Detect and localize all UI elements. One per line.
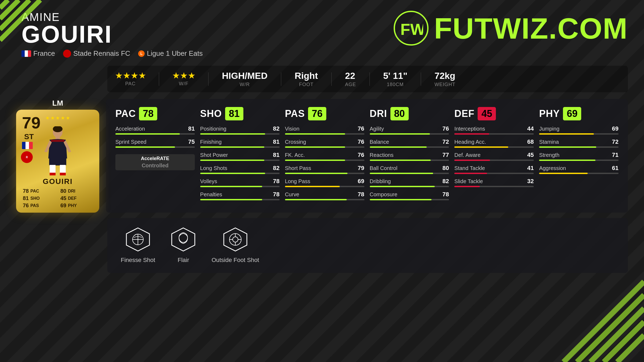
sep1 [159,72,159,86]
svg-rect-4 [49,158,66,165]
interceptions-value: 44 [527,125,534,132]
svg-rect-9 [60,173,66,175]
balance-name: Balance [370,139,389,145]
aggression-row: Aggression 61 [539,165,619,174]
def-aware-value: 45 [527,152,534,158]
fk-acc-row: FK. Acc. 76 [285,152,364,161]
long-pass-row: Long Pass 69 [285,178,364,187]
sho-column: SHO 81 Positioning 82 Finishing 81 [200,107,280,204]
wf-star3: ★ [188,71,195,80]
curve-row: Curve 78 [285,191,364,200]
foot-label: FOOT [295,82,318,87]
curve-name: Curve [285,191,299,198]
pas-column: PAS 76 Vision 76 Crossing 76 [285,107,364,204]
crossing-name: Crossing [285,139,306,145]
phy-column: PHY 69 Jumping 69 Stamina 72 [539,107,619,204]
finishing-name: Finishing [200,139,222,145]
foot-value: Right [295,71,318,81]
pas-header: PAS 76 [285,107,364,120]
logo-section: FW FUTWIZ.COM [394,11,628,46]
card-stat-pas: 76 PAS [23,202,55,209]
agility-value: 76 [442,125,449,132]
dri-value: 80 [390,107,409,120]
player-lastname: GOUIRI [21,24,203,45]
sep6 [421,72,421,86]
main-container: AMINE GOUIRI France Stade Rennais FC L L… [0,0,644,362]
jumping-row: Jumping 69 [539,125,619,135]
height-sub: 180CM [383,82,407,87]
interceptions-name: Interceptions [454,126,485,132]
weakfoot-label: W/F [173,81,195,87]
card-star1: ★ [45,115,50,121]
card-star5: ★ [66,115,70,121]
dri-name: DRI [370,108,387,119]
card-stat-pac: 78 PAC [23,188,55,194]
player-meta: France Stade Rennais FC L Ligue 1 Uber E… [21,49,203,58]
crossing-value: 76 [358,138,364,145]
league-label: Ligue 1 Uber Eats [147,49,203,58]
flair-icon [171,227,195,253]
svg-rect-5 [51,140,64,142]
dribbling-name: Dribbling [370,178,391,184]
composure-row: Composure 78 [370,191,449,200]
slide-tackle-value: 32 [527,178,534,185]
long-shots-value: 82 [273,165,279,172]
penalties-row: Penalties 78 [200,191,280,200]
strength-value: 71 [612,152,619,158]
card-star3: ★ [56,115,60,121]
vision-value: 76 [358,125,364,132]
agility-row: Agility 76 [370,125,449,135]
sprint-speed-row: Sprint Speed 75 [115,138,195,148]
club-meta: Stade Rennais FC [63,49,130,58]
weight-value: 72kg [434,71,455,81]
long-pass-value: 69 [358,178,364,185]
dribbling-row: Dribbling 82 [370,178,449,187]
sep5 [369,72,370,86]
penalties-value: 78 [273,191,279,198]
svg-marker-16 [224,228,247,251]
sep2 [208,72,208,86]
jumping-name: Jumping [539,126,559,132]
trait-outside-foot-shot: Outside Foot Shot [211,227,259,264]
heading-acc-value: 68 [527,138,534,145]
skills-stat: ★ ★ ★ ★ PAC [115,71,145,87]
phy-header: PHY 69 [539,107,619,120]
pac-header: PAC 78 [115,107,195,120]
finesse-shot-label: Finesse Shot [121,257,155,264]
country-meta: France [21,49,55,58]
sep4 [331,72,332,86]
trait-flair: Flair [171,227,195,264]
jumping-value: 69 [612,125,619,132]
svg-text:FW: FW [400,20,423,38]
age-value: 22 [345,71,356,81]
fk-acc-value: 76 [358,152,364,158]
sho-name: SHO [200,108,222,119]
position-tag: LM [16,99,99,108]
vision-row: Vision 76 [285,125,364,135]
workrate-label: W/R [222,82,268,87]
player-image-area [28,125,87,176]
long-shots-row: Long Shots 82 [200,165,280,174]
skills-value: ★ ★ ★ ★ [115,71,145,80]
stats-panel: PAC 78 Acceleration 81 Sprint Speed [106,99,628,213]
age-label: AGE [345,82,356,87]
reactions-value: 77 [442,152,449,158]
fk-acc-name: FK. Acc. [285,152,305,158]
pac-column: PAC 78 Acceleration 81 Sprint Speed [115,107,195,204]
finishing-row: Finishing 81 [200,138,280,148]
sep3 [281,72,281,86]
weight-stat: 72kg WEIGHT [434,71,455,87]
slide-tackle-name: Slide Tackle [454,178,483,184]
traits-section: Finesse Shot Flair [107,218,628,273]
svg-rect-8 [50,173,56,175]
def-column: DEF 45 Interceptions 44 Heading Acc. [454,107,534,204]
outside-foot-shot-label: Outside Foot Shot [211,257,259,264]
composure-value: 78 [442,191,449,198]
stand-tackle-row: Stand Tackle 41 [454,165,534,174]
accelrate-badge: AcceleRATE Controlled [115,154,195,170]
ball-control-value: 80 [442,165,449,172]
card-stats-grid: 78 PAC 80 DRI 81 SHO 45 DEF [20,188,95,209]
dri-header: DRI 80 [370,107,449,120]
france-flag-icon [21,50,31,57]
shot-power-row: Shot Power 81 [200,152,280,161]
